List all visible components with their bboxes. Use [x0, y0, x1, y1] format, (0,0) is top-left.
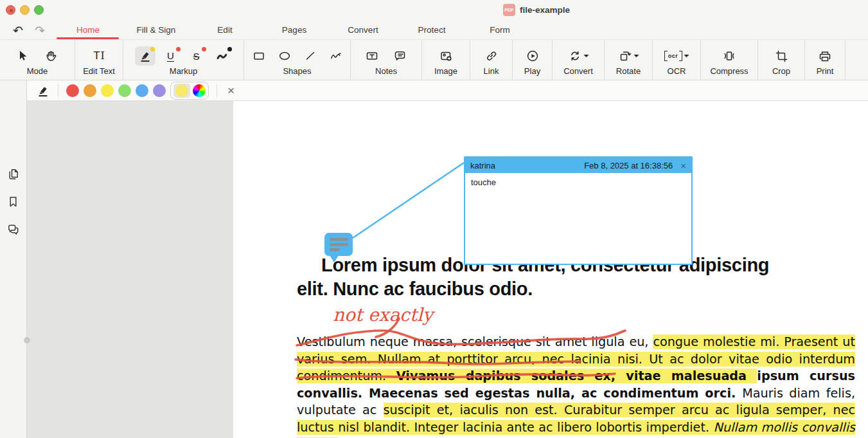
toolbar-group-label: Link	[470, 66, 512, 76]
rectangle-shape-button[interactable]	[249, 46, 269, 66]
tab-form[interactable]: Form	[490, 21, 510, 39]
comment-bubble-icon	[393, 49, 407, 63]
toolbar-group-label: Image	[422, 66, 470, 76]
image-add-icon	[439, 49, 453, 63]
comment-close-icon[interactable]: ×	[678, 160, 686, 171]
titlebar: PDF file-example	[0, 0, 868, 21]
chevron-down-icon	[633, 54, 639, 58]
line-shape-button[interactable]	[300, 46, 321, 66]
toolbar-group-link: Link	[470, 40, 513, 80]
pdf-document-icon: PDF	[503, 4, 515, 16]
color-swatch[interactable]	[84, 84, 96, 97]
toolbar-group-mode: Mode	[0, 40, 75, 80]
pdf-page: Lorem ipsum dolor sit amet, consectetur …	[233, 101, 868, 438]
toolbar-group-convert: Convert	[553, 40, 605, 80]
toolbar-group-label: Print	[805, 66, 845, 76]
ocr-button[interactable]: ocr	[663, 46, 690, 66]
rectangle-icon	[252, 49, 266, 63]
divider	[58, 84, 58, 97]
comment-connector-line	[353, 163, 464, 238]
rotate-button[interactable]	[616, 46, 641, 66]
redo-icon[interactable]: ↷	[35, 22, 45, 39]
markup-properties-bar: ×	[27, 80, 868, 101]
insert-link-button[interactable]	[481, 46, 502, 66]
color-swatch[interactable]	[153, 84, 166, 97]
comment-popup-header[interactable]: katrina Feb 8, 2025 at 16:38:56 ×	[465, 158, 691, 173]
text-box-icon	[365, 49, 379, 63]
strikeout-tool-button[interactable]: S	[186, 46, 207, 66]
toolbar-group-compress: Compress	[701, 40, 758, 80]
toolbar-group-label: Mode	[0, 66, 75, 76]
color-wheel-icon[interactable]	[193, 84, 206, 97]
undo-icon[interactable]: ↶	[13, 22, 23, 39]
crop-button[interactable]	[771, 46, 792, 66]
toolbar-group-label: Play	[513, 66, 552, 76]
toolbar-group-notes: Notes	[351, 40, 422, 80]
color-swatch[interactable]	[118, 84, 131, 97]
color-swatch[interactable]	[66, 84, 79, 97]
ocr-icon: ocr	[664, 50, 682, 62]
handwritten-note-annotation[interactable]: not exactly	[333, 304, 433, 325]
compress-button[interactable]	[719, 46, 740, 66]
play-media-button[interactable]	[522, 46, 543, 66]
tab-edit[interactable]: Edit	[217, 21, 232, 39]
comment-body-text[interactable]: touche	[465, 173, 691, 192]
edit-text-button[interactable]: TI	[89, 46, 109, 66]
draw-color-dot	[227, 47, 232, 51]
draw-tool-button[interactable]	[212, 46, 233, 66]
ellipse-shape-button[interactable]	[274, 46, 295, 66]
underline-color-dot	[176, 47, 181, 51]
selected-color-group	[170, 82, 209, 100]
tab-protect[interactable]: Protect	[418, 21, 446, 39]
highlight-tool-button[interactable]	[135, 46, 155, 66]
toolbar-group-crop: Crop	[758, 40, 805, 80]
insert-image-button[interactable]	[436, 46, 456, 66]
left-sidebar	[0, 80, 27, 438]
sidebar-item-thumbnails[interactable]	[6, 167, 21, 182]
zoom-window-button[interactable]	[34, 5, 44, 15]
bookmarks-icon	[6, 195, 21, 209]
color-swatch[interactable]	[101, 84, 114, 97]
tab-pages[interactable]: Pages	[282, 21, 306, 39]
toolbar-group-label: Shapes	[244, 66, 350, 76]
toolbar-group-label: Edit Text	[75, 66, 123, 76]
ribbon-tab-bar: ↶ ↷ Home Fill & Sign Edit Pages Convert …	[0, 21, 868, 40]
sidebar-item-bookmarks[interactable]	[6, 194, 21, 210]
comment-note-button[interactable]	[390, 46, 411, 66]
minimize-window-button[interactable]	[20, 5, 30, 15]
selected-color-tile[interactable]	[173, 84, 190, 98]
tab-convert[interactable]: Convert	[348, 21, 378, 39]
paragraph-segment: Vestibulum neque massa, scelerisque sit …	[297, 334, 653, 349]
toolbar-group-label: Convert	[553, 66, 604, 76]
page-thumbnails-icon	[6, 167, 21, 181]
chevron-down-icon	[684, 54, 689, 58]
hand-tool-button[interactable]	[41, 46, 62, 66]
underline-icon: U	[167, 51, 174, 62]
tab-home[interactable]: Home	[76, 21, 100, 39]
convert-button[interactable]	[566, 46, 590, 66]
sidebar-resize-handle[interactable]	[24, 337, 30, 343]
underline-tool-button[interactable]: U	[161, 46, 181, 66]
edit-text-icon: TI	[93, 50, 105, 62]
scribble-shape-button[interactable]	[326, 46, 346, 66]
text-note-button[interactable]	[362, 46, 382, 66]
sidebar-item-comments[interactable]	[6, 222, 21, 237]
toolbar-group-print: Print	[805, 40, 846, 80]
select-tool-button[interactable]	[13, 46, 33, 66]
toolbar-group-label: Rotate	[605, 66, 652, 76]
toolbar-group-label: Notes	[351, 66, 421, 76]
close-window-button[interactable]	[6, 5, 15, 15]
color-swatch[interactable]	[136, 84, 148, 97]
highlighter-icon	[138, 49, 152, 63]
rotate-icon	[618, 49, 632, 63]
toolbar-group-ocr: ocr OCR	[653, 40, 701, 80]
toolbar-group-markup: U S Markup	[123, 40, 244, 80]
cursor-arrow-icon	[16, 49, 30, 63]
traffic-lights	[6, 5, 44, 15]
toolbar-group-play: Play	[513, 40, 553, 80]
print-button[interactable]	[815, 46, 835, 66]
close-properties-bar-icon[interactable]: ×	[225, 84, 237, 96]
selected-color-swatch	[175, 84, 188, 97]
tab-fill-and-sign[interactable]: Fill & Sign	[137, 21, 176, 39]
toolbar-group-label: Crop	[758, 66, 804, 76]
